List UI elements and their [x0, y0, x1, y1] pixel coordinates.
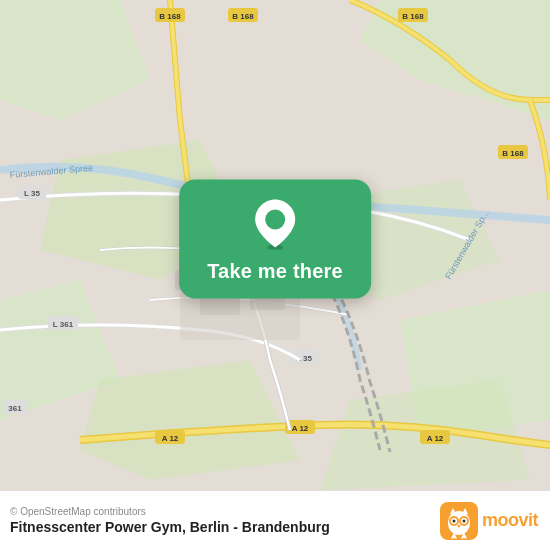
moovit-owl-icon: [440, 502, 478, 540]
moovit-logo: moovit: [440, 502, 538, 540]
take-me-there-card[interactable]: Take me there: [179, 180, 371, 299]
copyright-text: © OpenStreetMap contributors: [10, 506, 330, 517]
svg-text:B 168: B 168: [159, 12, 181, 21]
footer-left: © OpenStreetMap contributors Fitnesscent…: [10, 506, 330, 535]
footer: © OpenStreetMap contributors Fitnesscent…: [0, 490, 550, 550]
svg-text:L 35: L 35: [24, 189, 40, 198]
map-container: A 12 A 12 A 12 B 168 B 168 B 168 B 168 L…: [0, 0, 550, 490]
svg-point-47: [452, 519, 455, 522]
svg-text:361: 361: [8, 404, 22, 413]
svg-text:A 12: A 12: [292, 424, 309, 433]
location-pin-icon: [253, 198, 297, 250]
svg-text:B 168: B 168: [402, 12, 424, 21]
svg-text:L 361: L 361: [53, 320, 74, 329]
svg-text:B 168: B 168: [502, 149, 524, 158]
moovit-text: moovit: [482, 510, 538, 531]
svg-point-48: [462, 519, 465, 522]
svg-text:A 12: A 12: [162, 434, 179, 443]
svg-point-38: [265, 210, 285, 230]
location-title: Fitnesscenter Power Gym, Berlin - Brande…: [10, 519, 330, 535]
svg-text:A 12: A 12: [427, 434, 444, 443]
svg-text:B 168: B 168: [232, 12, 254, 21]
take-me-there-label: Take me there: [207, 260, 343, 283]
